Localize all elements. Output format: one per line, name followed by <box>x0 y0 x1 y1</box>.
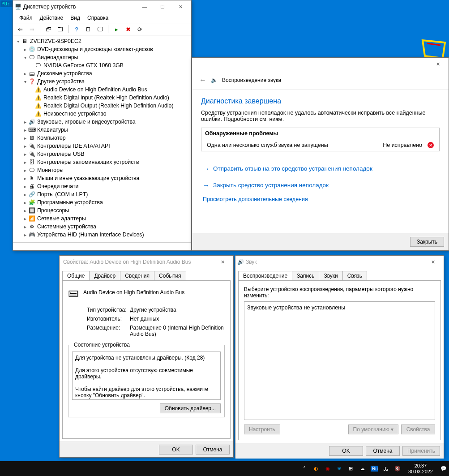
tray-network-icon[interactable]: 🖧 <box>382 466 389 472</box>
tab-recording[interactable]: Запись <box>292 271 319 280</box>
tree-item[interactable]: Процессоры <box>37 207 69 214</box>
taskbar[interactable]: ˄ ◐ ◉ ❄ ⊞ ☁ Ru 🖧 🔇 20:37 30.03.2022 💬 <box>0 461 449 476</box>
tab-comm[interactable]: Связь <box>342 271 367 280</box>
tray-tool-icon[interactable]: ❄ <box>336 466 343 472</box>
tree-item[interactable]: Сетевые адаптеры <box>37 215 86 222</box>
tree-item[interactable]: Мыши и иные указывающие устройства <box>37 175 139 181</box>
tray-app-icon[interactable]: ◐ <box>312 466 320 472</box>
system-tray: ˄ ◐ ◉ ❄ ⊞ ☁ Ru 🖧 🔇 20:37 30.03.2022 💬 <box>301 463 447 474</box>
tray-volume-muted-icon[interactable]: 🔇 <box>394 466 401 472</box>
warning-icon: ⚠️ <box>34 103 42 109</box>
tree-item[interactable]: Порты (COM и LPT) <box>37 191 88 197</box>
cancel-button[interactable]: Отмена <box>366 446 400 456</box>
show-hidden-icon[interactable]: 🗗 <box>44 25 53 34</box>
disable-icon[interactable]: ✖ <box>124 25 133 34</box>
audio-icon: 🔊 <box>28 119 35 125</box>
tree-item[interactable]: NVIDIA GeForce GTX 1060 3GB <box>43 62 124 69</box>
tab-details[interactable]: Сведения <box>120 271 154 280</box>
tree-item[interactable]: Компьютер <box>37 135 66 141</box>
back-button[interactable]: ⇐ <box>16 25 25 34</box>
device-tree[interactable]: ▾🖥ZVERZVE-9SP0EC2 ▸💿DVD-дисководы и диск… <box>13 35 191 242</box>
close-troubleshooter-link[interactable]: →Закрыть средство устранения неполадок <box>201 177 440 193</box>
device-listbox[interactable]: Звуковые устройства не установлены <box>244 301 435 420</box>
tray-up-icon[interactable]: ˄ <box>301 466 308 472</box>
titlebar[interactable]: Свойства: Audio Device on High Definitio… <box>60 256 233 268</box>
view-details-link[interactable]: Просмотреть дополнительные сведения <box>201 193 440 205</box>
feedback-link[interactable]: →Отправить отзыв на это средство устране… <box>201 160 440 177</box>
tab-sounds[interactable]: Звуки <box>319 271 342 280</box>
tray-language[interactable]: Ru <box>371 466 378 472</box>
cancel-button[interactable]: Отмена <box>196 445 230 455</box>
app-icon: 🖥️ <box>15 4 21 10</box>
tab-general[interactable]: Общие <box>62 271 90 280</box>
ok-button[interactable]: OK <box>329 446 363 456</box>
enable-icon[interactable]: ▸ <box>112 25 121 34</box>
mfr-label: Изготовитель: <box>87 316 130 322</box>
tree-item[interactable]: Видеоадаптеры <box>37 54 78 60</box>
tree-item[interactable]: Контроллеры запоминающих устройств <box>37 159 139 165</box>
close-button[interactable]: ✕ <box>424 256 442 268</box>
minimize-button[interactable]: — <box>136 0 154 13</box>
ok-button[interactable]: OK <box>159 445 193 455</box>
scan-icon[interactable]: 🗒 <box>84 25 93 34</box>
tree-item[interactable]: Дисковые устройства <box>37 70 92 77</box>
tab-panel-playback: Выберите устройство воспроизведения, пар… <box>238 280 441 440</box>
tray-av-icon[interactable]: ◉ <box>324 466 331 472</box>
tab-events[interactable]: События <box>154 271 186 280</box>
header: ← 🔈 Воспроизведение звука <box>192 70 449 90</box>
titlebar[interactable]: 🔊 Звук ✕ <box>235 256 444 268</box>
tree-item[interactable]: Системные устройства <box>37 223 96 230</box>
menu-action[interactable]: Действие <box>36 14 67 22</box>
titlebar[interactable]: 🖥️ Диспетчер устройств — ☐ ✕ <box>13 0 191 13</box>
mfr-value: Нет данных <box>130 316 159 322</box>
tray-notifications-icon[interactable]: 💬 <box>440 466 447 472</box>
close-button[interactable]: ✕ <box>171 0 189 13</box>
menu-view[interactable]: Вид <box>67 14 84 22</box>
close-dialog-button[interactable]: Закрыть <box>410 237 444 247</box>
update-icon[interactable]: ⟳ <box>135 25 144 34</box>
arrow-right-icon: → <box>203 165 210 172</box>
footer: Закрыть <box>192 233 449 250</box>
help-icon[interactable]: ? <box>72 25 81 34</box>
close-button[interactable]: ✕ <box>429 58 447 70</box>
close-button[interactable]: ✕ <box>214 256 231 268</box>
tree-item[interactable]: Другие устройства <box>37 78 85 85</box>
forward-button[interactable]: ⇒ <box>27 25 36 34</box>
tree-item[interactable]: Контроллеры USB <box>37 151 84 157</box>
device-name: Audio Device on High Definition Audio Bu… <box>83 289 184 296</box>
update-driver-button[interactable]: Обновить драйвер... <box>160 403 221 413</box>
tree-item[interactable]: Realtek Digital Input (Realtek High Defi… <box>43 94 169 101</box>
titlebar[interactable]: ✕ <box>192 58 449 70</box>
tree-item[interactable]: Устройства HID (Human Interface Devices) <box>37 232 144 238</box>
tray-action-icon[interactable]: ⊞ <box>347 466 355 472</box>
properties-icon[interactable]: 🗔 <box>56 25 64 34</box>
tree-item[interactable]: Realtek Digital Output (Realtek High Def… <box>43 103 174 109</box>
tree-item[interactable]: Программные устройства <box>37 199 103 206</box>
storage-icon: 🗄 <box>28 159 35 165</box>
tree-item[interactable]: Audio Device on High Definition Audio Bu… <box>43 86 147 93</box>
back-button[interactable]: ← <box>199 76 206 84</box>
status-textbox[interactable]: Для устройства не установлены драйверы. … <box>72 352 221 400</box>
monitor-icon[interactable]: 🖵 <box>95 25 104 34</box>
tree-item[interactable]: Мониторы <box>37 167 64 173</box>
tree-item[interactable]: Очереди печати <box>37 183 78 189</box>
menu-file[interactable]: Файл <box>16 14 36 22</box>
header-title: Воспроизведение звука <box>222 77 281 83</box>
menu-help[interactable]: Справка <box>84 14 112 22</box>
tree-item[interactable]: Неизвестное устройство <box>43 111 106 117</box>
tray-onedrive-icon[interactable]: ☁ <box>359 466 366 472</box>
tree-item[interactable]: Контроллеры IDE ATA/ATAPI <box>37 143 110 149</box>
tab-driver[interactable]: Драйвер <box>89 271 120 280</box>
tree-root[interactable]: ZVERZVE-9SP0EC2 <box>30 38 81 44</box>
properties-button: Свойства <box>401 425 435 434</box>
tab-playback[interactable]: Воспроизведение <box>238 271 292 280</box>
tree-item[interactable]: DVD-дисководы и дисководы компакт-дисков <box>37 46 153 52</box>
usb-icon: 🔌 <box>28 151 35 157</box>
empty-text: Звуковые устройства не установлены <box>247 304 345 311</box>
tree-item[interactable]: Клавиатуры <box>37 127 68 133</box>
tray-clock[interactable]: 20:37 30.03.2022 <box>408 463 433 474</box>
maximize-button[interactable]: ☐ <box>154 0 171 13</box>
tree-item[interactable]: Звуковые, игровые и видеоустройства <box>37 119 136 125</box>
problem-row[interactable]: Одна или несколько служб звука не запуще… <box>201 139 439 151</box>
hid-icon: 🎮 <box>28 232 35 238</box>
